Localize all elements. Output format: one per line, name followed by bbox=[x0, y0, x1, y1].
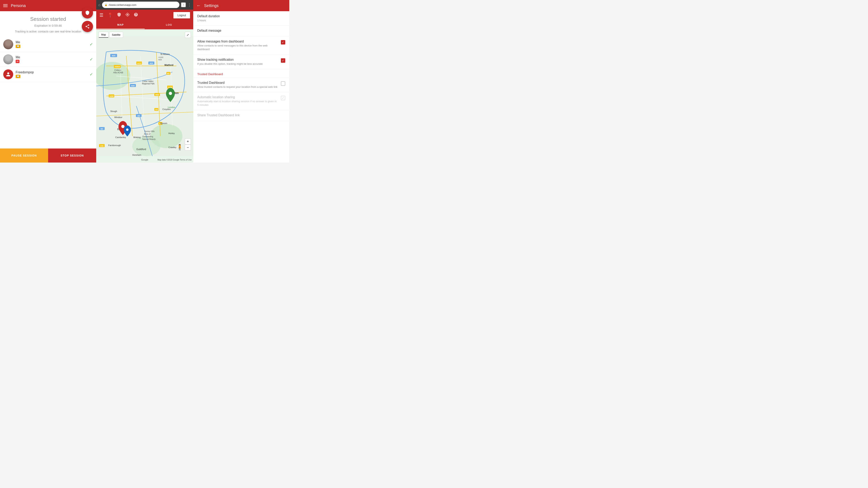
contact-item[interactable]: Me ✉ ✓ bbox=[0, 52, 96, 67]
svg-text:Windsor: Windsor bbox=[114, 116, 122, 119]
bottom-buttons: PAUSE SESSION STOP SESSION bbox=[0, 149, 96, 163]
trusted-dashboard-checkbox[interactable] bbox=[281, 82, 285, 86]
setting-desc: Allow contacts to send messages to this … bbox=[197, 44, 278, 51]
share-fab[interactable] bbox=[82, 21, 93, 32]
svg-text:Natural Beauty: Natural Beauty bbox=[142, 138, 156, 140]
setting-default-message[interactable]: Default message bbox=[193, 26, 289, 36]
svg-text:Area of: Area of bbox=[144, 133, 150, 135]
setting-show-tracking[interactable]: Show tracking notification If you disabl… bbox=[193, 55, 289, 69]
svg-text:M40: M40 bbox=[131, 85, 135, 87]
fullscreen-button[interactable]: ⤢ bbox=[185, 32, 191, 38]
setting-auto-location: Automatic location sharing Automatically… bbox=[193, 92, 289, 110]
logout-button[interactable]: Logout bbox=[174, 12, 190, 19]
section-label: Trusted Dashboard bbox=[197, 72, 223, 76]
svg-text:Horley: Horley bbox=[168, 132, 175, 134]
setting-title: Show tracking notification bbox=[197, 58, 278, 62]
svg-text:Colne Valley: Colne Valley bbox=[142, 80, 153, 83]
allow-messages-checkbox[interactable] bbox=[281, 40, 285, 44]
setting-desc: 1 hours bbox=[197, 19, 285, 22]
setting-text: Allow messages from dashboard Allow cont… bbox=[197, 40, 278, 51]
contact-badge: 💬 bbox=[16, 45, 21, 48]
section-trusted-dashboard: Trusted Dashboard bbox=[193, 69, 289, 78]
shield-fab[interactable] bbox=[82, 7, 93, 19]
contact-name: Me bbox=[16, 40, 87, 44]
svg-text:A413: A413 bbox=[137, 62, 141, 64]
contact-badge: ✉ bbox=[16, 60, 20, 63]
avatar bbox=[3, 69, 13, 79]
setting-text: Share Trusted Dashboard link bbox=[197, 113, 285, 118]
figure-icon: 🧍 bbox=[176, 144, 183, 151]
setting-title: Default duration bbox=[197, 14, 285, 18]
setting-title: Trusted Dashboard bbox=[197, 81, 278, 85]
svg-point-60 bbox=[121, 125, 124, 128]
chat-icon: 💬 bbox=[17, 75, 20, 77]
setting-desc: Automatically start & location sharing s… bbox=[197, 100, 278, 107]
map-data-attribution: Map data ©2018 Google Terms of Use bbox=[157, 159, 192, 161]
svg-text:M1: M1 bbox=[167, 72, 170, 74]
svg-text:M25: M25 bbox=[155, 94, 159, 96]
pause-session-button[interactable]: PAUSE SESSION bbox=[0, 149, 48, 163]
stop-session-button[interactable]: STOP SESSION bbox=[48, 149, 96, 163]
avatar bbox=[3, 39, 13, 49]
tab-count-badge[interactable]: 3 bbox=[181, 2, 186, 7]
map-view-button[interactable]: Map bbox=[99, 32, 108, 38]
settings-title: Settings bbox=[204, 3, 218, 8]
svg-text:A4: A4 bbox=[155, 109, 158, 110]
crosshair-icon[interactable] bbox=[125, 12, 130, 18]
satellite-view-button[interactable]: Satellite bbox=[109, 32, 123, 38]
tab-map[interactable]: MAP bbox=[96, 21, 145, 29]
setting-title: Default message bbox=[197, 29, 285, 32]
svg-text:Surrey Hills: Surrey Hills bbox=[144, 130, 155, 132]
question-icon[interactable] bbox=[134, 12, 138, 18]
more-options-icon[interactable]: ⋮ bbox=[187, 2, 191, 7]
svg-text:Crawley: Crawley bbox=[168, 146, 177, 149]
shield-nav-icon[interactable] bbox=[117, 12, 121, 18]
svg-text:Epsom: Epsom bbox=[160, 122, 167, 125]
zoom-in-button[interactable]: + bbox=[185, 138, 191, 144]
chat-icon: 💬 bbox=[17, 45, 20, 47]
setting-trusted-dashboard[interactable]: Trusted Dashboard Allow trusted contacts… bbox=[193, 78, 289, 92]
fab-container bbox=[82, 7, 93, 32]
browser-bar: ⌂ 🔒 //www.cerberusapp.com 3 ⋮ bbox=[96, 0, 193, 10]
right-header: ← Settings bbox=[193, 0, 289, 11]
svg-text:Outstanding: Outstanding bbox=[142, 135, 153, 138]
setting-title: Allow messages from dashboard bbox=[197, 40, 278, 43]
right-panel: ← Settings Default duration 1 hours Defa… bbox=[193, 0, 289, 163]
location-pin-icon[interactable]: 📍 bbox=[107, 12, 113, 18]
session-expiry: Expiration in 0:59:46 bbox=[3, 24, 93, 27]
session-desc: Tracking is active: contacts can see rea… bbox=[3, 30, 93, 34]
contact-name: Freedompop bbox=[16, 70, 87, 74]
setting-title: Automatic location sharing bbox=[197, 95, 278, 99]
menu-icon[interactable] bbox=[3, 4, 8, 7]
home-icon[interactable]: ⌂ bbox=[98, 3, 100, 7]
map-tabs: MAP LOG bbox=[96, 21, 193, 29]
zoom-out-button[interactable]: − bbox=[185, 144, 191, 151]
url-bar[interactable]: 🔒 //www.cerberusapp.com bbox=[102, 2, 179, 8]
svg-text:Hills AONB: Hills AONB bbox=[113, 71, 123, 74]
setting-allow-messages[interactable]: Allow messages from dashboard Allow cont… bbox=[193, 36, 289, 55]
avatar bbox=[3, 54, 13, 64]
tab-log[interactable]: LOG bbox=[145, 21, 193, 29]
back-arrow-icon[interactable]: ← bbox=[196, 3, 201, 8]
setting-text: Default message bbox=[197, 29, 285, 33]
map-zoom-controls: + − bbox=[185, 138, 191, 151]
contact-item[interactable]: Freedompop 💬 ✓ bbox=[0, 67, 96, 82]
settings-list: Default duration 1 hours Default message… bbox=[193, 11, 289, 163]
setting-title: Share Trusted Dashboard link bbox=[197, 113, 285, 117]
svg-text:St Albans: St Albans bbox=[160, 53, 170, 55]
svg-text:Slough: Slough bbox=[110, 110, 117, 112]
google-attribution: Google bbox=[141, 159, 148, 161]
show-tracking-checkbox[interactable] bbox=[281, 58, 285, 63]
hamburger-menu-icon[interactable]: ☰ bbox=[99, 12, 103, 18]
svg-text:Woking: Woking bbox=[133, 136, 141, 138]
setting-default-duration[interactable]: Default duration 1 hours bbox=[193, 11, 289, 26]
svg-text:Horsham: Horsham bbox=[132, 154, 141, 156]
app-title: Persona bbox=[11, 3, 26, 8]
svg-text:Guildford: Guildford bbox=[136, 148, 146, 151]
url-text: //www.cerberusapp.com bbox=[108, 3, 136, 6]
svg-point-58 bbox=[169, 92, 172, 95]
contact-item[interactable]: Me 💬 ✓ bbox=[0, 37, 96, 52]
svg-text:London: London bbox=[168, 106, 175, 108]
map-container: M25 M25 M40 A4010 A413 A404 A406 M25 A4 … bbox=[96, 29, 193, 163]
contact-info: Me ✉ bbox=[16, 56, 87, 63]
